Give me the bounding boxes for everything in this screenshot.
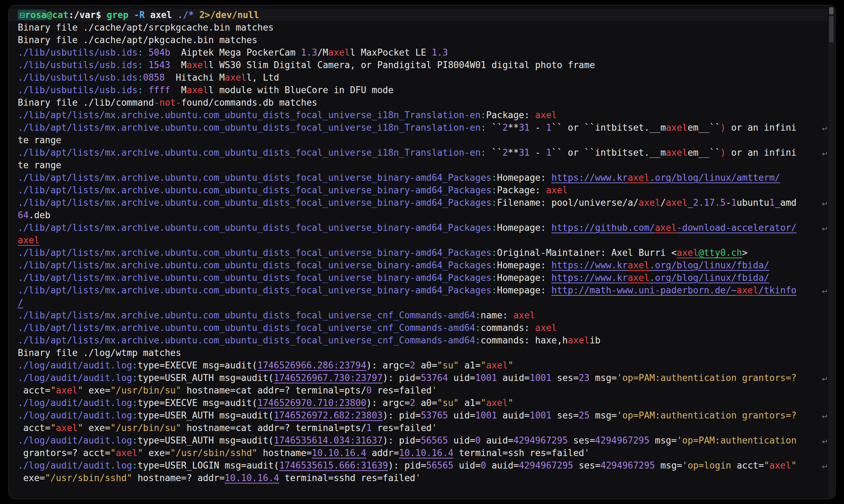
email-link[interactable]: @tty0.ch <box>699 247 742 258</box>
path-separator: : <box>475 310 481 320</box>
text: `` or ``intbitset.__m <box>551 147 666 158</box>
text: a0= <box>415 398 437 408</box>
url-link[interactable]: http://math-www.uni-paderborn.de/~ <box>551 285 736 295</box>
url-link-match[interactable]: axel <box>628 172 650 183</box>
match-highlight: axel <box>666 122 688 133</box>
url-link[interactable]: / <box>18 298 23 308</box>
text: a1= <box>459 398 481 408</box>
number-link[interactable]: 1746526970.710:23800 <box>257 398 366 408</box>
file-path: ./lib/usbutils/usb.ids <box>18 60 137 70</box>
file-path: ./log/audit/audit.log <box>18 435 132 446</box>
url-link-match[interactable]: axel <box>655 222 677 233</box>
number: 1.3 <box>432 47 448 58</box>
url-link[interactable]: .org/blog/linux/amtterm/ <box>650 172 780 183</box>
match-highlight: axel <box>225 72 247 83</box>
match-highlight: ) <box>720 147 726 158</box>
file-path: ./lib/apt/lists/mx.archive.ubuntu.com_ub… <box>18 147 481 158</box>
path-separator: : <box>481 122 486 133</box>
terminal-line: ./lib/apt/lists/mx.archive.ubuntu.com_ub… <box>18 271 828 284</box>
number-link[interactable]: 10.10.16.4 <box>399 448 454 458</box>
text: auid= <box>486 460 519 471</box>
number: 1001 <box>530 373 552 383</box>
number: 4294967295 <box>519 460 573 471</box>
string-literal: "/usr/sbin/sshd" <box>45 473 132 483</box>
text: Hitachi M <box>165 72 225 83</box>
text: l, Ltd <box>246 72 279 83</box>
file-path: ./lib/usbutils/usb.ids <box>18 47 137 58</box>
terminal-line: ./lib/usbutils/usb.ids: 504b Aiptek Mega… <box>18 46 828 59</box>
number-link[interactable]: 1746526966.286:23794 <box>257 360 366 371</box>
url-link-match[interactable]: axel <box>677 247 699 258</box>
url-link[interactable]: https://www.kr <box>551 172 628 183</box>
number-link[interactable]: 1746535614.034:31637 <box>274 435 383 446</box>
match-highlight: axel <box>56 385 78 396</box>
text: auid= <box>481 435 513 446</box>
terminal-line: ./lib/apt/lists/mx.archive.ubuntu.com_ub… <box>18 196 828 209</box>
number: 2 <box>502 122 508 133</box>
path-separator: : <box>132 360 138 371</box>
text: addr= <box>366 448 399 458</box>
command-argument <box>194 10 199 20</box>
terminal-line: Binary file ./log/wtmp matches <box>18 347 828 359</box>
match-highlight: axel <box>666 147 688 158</box>
terminal-line: 64.deb <box>18 209 828 221</box>
terminal-line: ./lib/apt/lists/mx.archive.ubuntu.com_ub… <box>18 284 828 296</box>
string-literal: "su" <box>437 398 459 408</box>
text: Homepage: <box>497 222 552 233</box>
url-link-match[interactable]: axel <box>628 273 650 283</box>
terminal-line: te range <box>18 134 828 146</box>
url-link[interactable]: /tkinfo <box>758 285 797 295</box>
string-literal: " <box>481 398 486 408</box>
text: commands: haxe,h <box>481 335 568 346</box>
text: exe= <box>18 473 45 483</box>
number: 25 <box>579 410 589 421</box>
terminal-line: exe="/usr/sbin/sshd" hostname=? addr=10.… <box>18 472 828 484</box>
number-link[interactable]: 1746535615.666:31639 <box>279 460 388 471</box>
number: 2 <box>502 147 508 158</box>
url-link-match[interactable]: axel <box>18 235 40 245</box>
path-separator: : <box>137 72 143 83</box>
file-path: ./lib/apt/lists/mx.archive.ubuntu.com_ub… <box>18 335 475 346</box>
text: Binary file ./lib/command <box>18 97 154 108</box>
url-link-match[interactable]: axel <box>736 285 758 295</box>
match-highlight: axel <box>513 310 535 320</box>
path-separator: : <box>132 460 138 471</box>
url-link[interactable]: -download-accelerator/ <box>677 222 796 233</box>
scrollbar-thumb[interactable] <box>829 16 834 42</box>
text: name: <box>481 310 513 320</box>
url-link-match[interactable]: axel <box>628 260 650 270</box>
text: ses= <box>573 460 600 471</box>
number-link[interactable]: 10.10.16.4 <box>225 473 279 483</box>
text: type=EXECVE msg=audit( <box>137 360 257 371</box>
string-literal: ' <box>432 423 437 433</box>
text: ): argc= <box>366 398 410 408</box>
path-separator: : <box>492 197 497 208</box>
terminal-line: ./lib/apt/lists/mx.archive.ubuntu.com_ub… <box>18 309 828 322</box>
path-separator: : <box>492 285 497 295</box>
url-link[interactable]: .org/blog/linux/fbida/ <box>650 260 769 270</box>
text: hostname=? addr= <box>132 473 225 483</box>
file-path: ./log/audit/audit.log <box>18 360 132 371</box>
line-wrap-icon: ↵ <box>822 434 827 447</box>
number: 2 <box>410 398 415 408</box>
match-highlight: axel <box>535 110 557 120</box>
url-link[interactable]: .org/blog/linux/fbida/ <box>650 273 769 283</box>
number-link[interactable]: 1746526967.730:23797 <box>274 373 383 383</box>
text: / <box>660 197 666 208</box>
url-link[interactable]: https://www.kr <box>551 273 628 283</box>
terminal-line: ./log/audit/audit.log:type=USER_LOGIN ms… <box>18 459 828 472</box>
text: type=USER_AUTH msg=audit( <box>137 435 273 446</box>
terminal-line: ./log/audit/audit.log:type=EXECVE msg=au… <box>18 397 828 409</box>
scrollbar-track[interactable] <box>828 6 834 498</box>
string-literal: " <box>791 460 797 471</box>
text: res=failed <box>372 385 432 396</box>
string-literal: " <box>50 423 56 433</box>
number-link[interactable]: 1746526972.682:23803 <box>274 410 383 421</box>
url-link[interactable]: https://github.com/ <box>551 222 655 233</box>
url-link[interactable]: https://www.kr <box>551 260 628 270</box>
scrollbar-top-button[interactable] <box>829 7 834 14</box>
number-link[interactable]: 10.10.16.4 <box>312 448 366 458</box>
string-literal: " <box>137 448 143 458</box>
match-highlight: axel <box>186 60 208 70</box>
match-highlight: ) <box>720 122 726 133</box>
